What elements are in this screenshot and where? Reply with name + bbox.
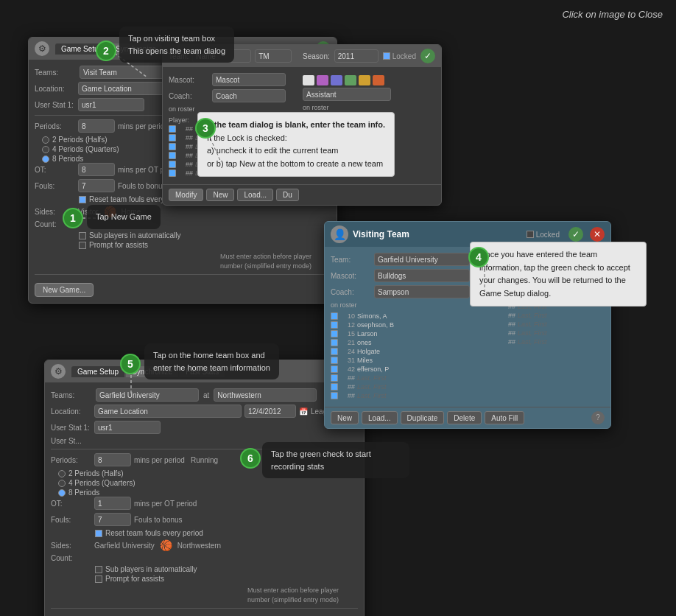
- prompt-assists-checkbox-2[interactable]: Prompt for assists: [95, 575, 358, 583]
- new-game-button-1[interactable]: New Game...: [35, 283, 94, 297]
- visiting-right-empty-4-num: ##: [501, 321, 515, 328]
- duplicate-btn-vd[interactable]: Duplicate: [401, 411, 445, 424]
- player-check-td1-2[interactable]: [169, 134, 176, 141]
- visiting-player-15-check[interactable]: [331, 330, 338, 337]
- visiting-player-10-name: Simons, A: [357, 312, 387, 320]
- swatch-td1-2[interactable]: [317, 75, 328, 85]
- ot-input-1[interactable]: [78, 163, 115, 176]
- swatch-td1-4[interactable]: [345, 75, 356, 85]
- fouls-label-2: Fouls:: [51, 516, 91, 524]
- modify-btn-td1[interactable]: Modify: [169, 189, 203, 201]
- swatch-td1-5[interactable]: [359, 75, 370, 85]
- visiting-avatar: 👤: [331, 225, 348, 243]
- sub-auto-checkbox-2[interactable]: Sub players in automatically: [95, 565, 358, 573]
- sub-auto-box-1: [79, 232, 86, 239]
- prompt-assists-checkbox-1[interactable]: Prompt for assists: [79, 241, 331, 249]
- swatch-td1-3[interactable]: [331, 75, 342, 85]
- count-label-2: Count:: [51, 554, 91, 562]
- user-stat-input-2a[interactable]: [94, 421, 161, 434]
- player-num-td1-4: ##: [178, 152, 193, 159]
- assistant-row-td1: [303, 88, 435, 101]
- fouls-label-1: Fouls:: [35, 182, 75, 190]
- ot-label-1: OT:: [35, 166, 75, 174]
- green-check-td1[interactable]: ✓: [420, 49, 435, 63]
- help-icon-vd[interactable]: ?: [591, 411, 605, 424]
- date-input-2[interactable]: [244, 405, 296, 418]
- visit-side-label-2: Garfield University: [94, 542, 155, 550]
- delete-btn-vd[interactable]: Delete: [447, 411, 482, 424]
- location-input-2[interactable]: [94, 405, 242, 418]
- visiting-right-empty-3-name: Last, First: [518, 312, 547, 319]
- visiting-player-empty-3-check[interactable]: [331, 392, 338, 399]
- home-team-input-2[interactable]: [214, 388, 317, 402]
- ot-input-2[interactable]: [94, 497, 131, 510]
- fouls-input-2[interactable]: [94, 513, 131, 526]
- visiting-dialog-title: Visiting Team: [353, 229, 522, 239]
- swatch-td1-6[interactable]: [373, 75, 384, 85]
- visiting-player-12-check[interactable]: [331, 321, 338, 329]
- ot-label-2: OT:: [51, 500, 91, 508]
- visiting-player-21: 21 ones: [331, 339, 495, 346]
- new-btn-td1[interactable]: New: [206, 189, 234, 201]
- visiting-player-31: 31 Miles: [331, 357, 495, 364]
- visiting-team-label: Team:: [331, 256, 371, 264]
- player-check-td1-1[interactable]: [169, 125, 176, 133]
- tab-game-setup-2[interactable]: Game Setup: [71, 366, 124, 377]
- visiting-player-empty-2-check[interactable]: [331, 383, 338, 391]
- periods-input-1[interactable]: [78, 119, 115, 133]
- player-check-td1-3[interactable]: [169, 143, 176, 150]
- autofill-btn-vd[interactable]: Auto Fill: [485, 411, 524, 424]
- visiting-player-10-check[interactable]: [331, 312, 338, 320]
- new-btn-vd[interactable]: New: [331, 411, 359, 424]
- locked-checkbox-vd[interactable]: [527, 231, 534, 238]
- fouls-bonus-label-2: Fouls to bonus: [134, 516, 183, 524]
- mascot-input-td1[interactable]: [212, 73, 286, 86]
- player-check-td1-5[interactable]: [169, 161, 176, 168]
- user-stat-input-1[interactable]: [78, 98, 144, 111]
- visiting-player-24-check[interactable]: [331, 348, 338, 355]
- visiting-mascot-input[interactable]: [374, 269, 470, 282]
- radio-8periods-2[interactable]: 8 Periods: [58, 489, 358, 497]
- radio-halfs-label-2: 2 Periods (Halfs): [68, 469, 123, 477]
- sub-auto-checkbox-1[interactable]: Sub players in automatically: [79, 231, 331, 239]
- window-body-2: Teams: at Location: 📅 League User Stat 1…: [45, 382, 364, 616]
- player-check-td1-4[interactable]: [169, 152, 176, 159]
- callout-3-line3: a) uncheck it to edit the current team: [207, 146, 339, 155]
- ot-row-2: OT: mins per OT period: [51, 497, 358, 510]
- visiting-player-empty-3-num: ##: [340, 392, 355, 399]
- radio-quarters-2[interactable]: 4 Periods (Quarters): [58, 479, 358, 487]
- visiting-coach-input[interactable]: [374, 285, 470, 298]
- close-text[interactable]: Click on image to Close: [562, 9, 663, 20]
- assistant-input-td1[interactable]: [303, 88, 391, 101]
- callout-5-line1: Tap on the home team box and: [153, 351, 265, 360]
- season-input-td1[interactable]: [334, 49, 379, 63]
- load-btn-vd[interactable]: Load...: [362, 411, 398, 424]
- prompt-assists-label-2: Prompt for assists: [105, 575, 164, 583]
- visiting-player-31-name: Miles: [357, 357, 373, 364]
- du-btn-td1[interactable]: Du: [276, 189, 299, 201]
- player-check-td1-6[interactable]: [169, 169, 176, 177]
- player-num-td1-1: ##: [178, 125, 193, 133]
- team-abbr-input-1[interactable]: [255, 49, 292, 63]
- locked-label-vd: Locked: [527, 231, 560, 239]
- fouls-input-1[interactable]: [78, 179, 115, 192]
- swatch-td1-1[interactable]: [303, 75, 314, 85]
- visit-team-input-2[interactable]: [96, 388, 199, 402]
- reset-fouls-checkbox-2[interactable]: Reset team fouls every period: [95, 529, 358, 537]
- green-check-vd[interactable]: ✓: [568, 227, 583, 242]
- callout-box-3: If the team dialog is blank, enter the t…: [197, 112, 395, 177]
- close-btn-vd[interactable]: ✕: [590, 227, 605, 242]
- locked-checkbox-td1[interactable]: [383, 52, 390, 60]
- visiting-team-input[interactable]: [374, 253, 470, 266]
- visiting-player-31-check[interactable]: [331, 357, 338, 364]
- visiting-player-42-check[interactable]: [331, 365, 338, 373]
- visiting-player-empty-1-check[interactable]: [331, 374, 338, 382]
- periods-label-2: Periods:: [51, 456, 91, 464]
- periods-input-2[interactable]: [94, 453, 131, 466]
- load-btn-td1[interactable]: Load...: [237, 189, 273, 201]
- coach-input-td1[interactable]: [212, 89, 286, 102]
- radio-dot-8periods-1: [42, 155, 49, 163]
- player-num-td1-3: ##: [178, 143, 193, 150]
- mascot-label-td1: Mascot:: [169, 76, 209, 84]
- visiting-player-21-check[interactable]: [331, 339, 338, 346]
